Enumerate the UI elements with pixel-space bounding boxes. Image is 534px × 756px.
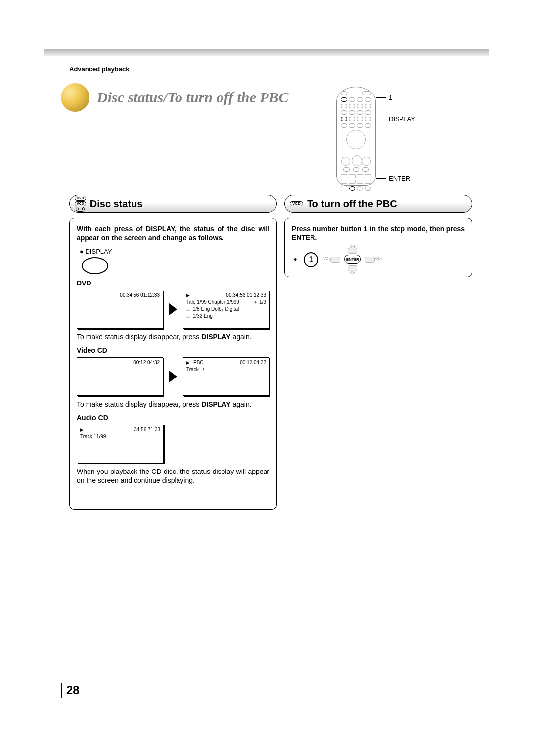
dvd-label: DVD <box>77 279 269 287</box>
time-text: 00:34:56 01:12:33 <box>226 292 266 298</box>
callout-display: DISPLAY <box>389 115 415 123</box>
vcd-status-shot-2: PBC 00:12 04:32 Track –/– <box>183 357 269 396</box>
audiocd-status-shot: 34:56 71:33 Track 11/99 <box>77 425 164 463</box>
page-title: Disc status/To turn off the PBC <box>97 89 289 106</box>
bullet-icon: • <box>294 258 297 261</box>
remote-enter-icon <box>349 186 355 191</box>
disc-status-heading: Disc status <box>90 198 143 210</box>
vcd-label: Video CD <box>77 346 269 354</box>
section-label: Advanced playback <box>69 65 129 73</box>
dpad-enter-icon: ENTER <box>344 255 361 264</box>
disc-status-header: DVD VCD CD Disc status <box>69 195 277 213</box>
header-band <box>44 49 490 56</box>
badge-vcd: VCD <box>290 201 303 206</box>
pbc-off-header: VCD To turn off the PBC <box>284 195 472 213</box>
disc-status-panel: With each press of DISPLAY, the status o… <box>69 218 277 510</box>
callout-line <box>376 178 386 179</box>
audio-icon: ▭ <box>186 307 191 312</box>
page-number: 28 <box>61 683 80 698</box>
intro-text: With each press of DISPLAY, the status o… <box>77 224 269 243</box>
play-icon <box>80 427 84 432</box>
arrow-icon <box>169 371 177 382</box>
dvd-note: To make status display disappear, press … <box>77 332 269 341</box>
play-icon <box>186 292 190 298</box>
badge-vcd: VCD <box>75 201 86 206</box>
display-button-icon <box>82 257 108 274</box>
play-icon <box>186 360 190 365</box>
arrow-icon <box>169 303 177 315</box>
title-chapter-text: Title 1/99 Chapter 1/999 <box>186 299 239 305</box>
callout-line <box>376 119 386 119</box>
audiocd-note: When you playback the CD disc, the statu… <box>77 467 269 485</box>
callout-enter: ENTER <box>389 175 410 182</box>
number-1-button-icon: 1 <box>304 252 318 267</box>
badge-dvd: DVD <box>75 196 86 201</box>
time-text: 00:12 04:32 <box>240 360 266 365</box>
subtitle-icon: ▭ <box>186 314 191 319</box>
pbc-intro: Press number button 1 in the stop mode, … <box>292 224 465 242</box>
track-text: Track –/– <box>186 367 207 372</box>
badge-cd: CD <box>76 207 85 212</box>
time-text: 34:56 71:33 <box>134 427 160 432</box>
vcd-note: To make status display disappear, press … <box>77 400 269 409</box>
pbc-off-heading: To turn off the PBC <box>307 198 397 210</box>
pbc-text: PBC <box>193 360 204 365</box>
format-badges: DVD VCD CD <box>75 196 86 212</box>
callout-1: 1 <box>389 94 392 101</box>
angle-icon: ⌖ <box>254 300 259 305</box>
dvd-status-shot-2: 00:34:56 01:12:33 Title 1/99 Chapter 1/9… <box>183 290 269 329</box>
decorative-sphere <box>61 83 89 112</box>
remote-illustration <box>336 87 376 186</box>
vcd-status-shot-1: 00:12 04:32 <box>77 357 163 396</box>
track-text: Track 11/99 <box>80 434 106 439</box>
pbc-off-panel: Press number button 1 in the stop mode, … <box>284 218 472 277</box>
dvd-status-shot-1: 00:34:56 01:12:33 <box>77 290 163 329</box>
time-text: 00:12 04:32 <box>134 360 160 365</box>
audiocd-label: Audio CD <box>77 414 269 422</box>
time-text: 00:34:56 01:12:33 <box>120 292 160 298</box>
dpad-illustration: CH+ CH- VOL- VOL+ ENTER <box>325 246 380 273</box>
dpad-down-label: CH- <box>348 271 358 274</box>
display-bullet: ● DISPLAY <box>80 248 269 255</box>
callout-line <box>376 97 386 98</box>
title-row: Disc status/To turn off the PBC <box>61 83 289 112</box>
